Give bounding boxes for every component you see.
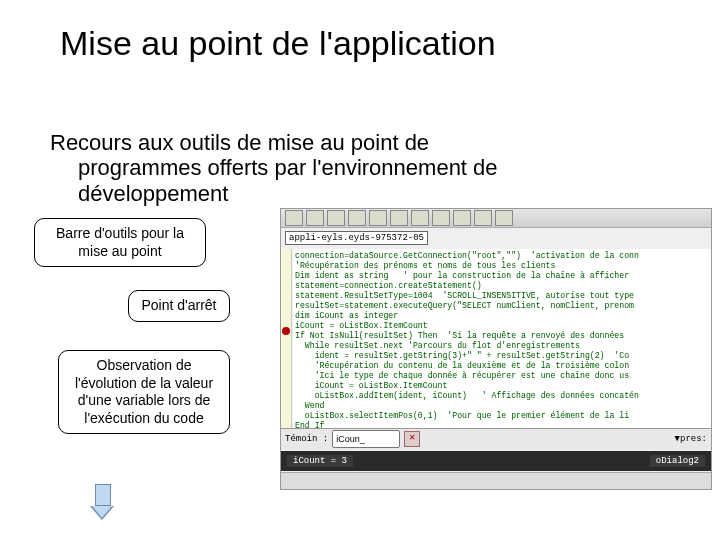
ide-watch-bar: Témoin : ✕ ▼pres: [281, 428, 711, 449]
ide-code-area[interactable]: connection=dataSource.GetConnection("roo… [293, 249, 711, 429]
toolbar-button[interactable] [453, 210, 471, 226]
toolbar-button[interactable] [306, 210, 324, 226]
ide-scrollbar[interactable] [281, 472, 711, 489]
toolbar-button[interactable] [369, 210, 387, 226]
toolbar-button[interactable] [327, 210, 345, 226]
breakpoint-marker[interactable] [282, 327, 290, 335]
toolbar-button[interactable] [285, 210, 303, 226]
watch-label: Témoin : [285, 434, 328, 444]
ide-toolbar [281, 209, 711, 228]
ide-status-bar: iCount = 3 oDialog2 [281, 451, 711, 471]
toolbar-button[interactable] [348, 210, 366, 226]
watch-remove-button[interactable]: ✕ [404, 431, 420, 447]
slide-title: Mise au point de l'application [60, 24, 496, 63]
toolbar-button[interactable] [390, 210, 408, 226]
subtitle-l3: développement [50, 181, 228, 206]
ide-screenshot: appli-eyls.eyds-975372-05 connection=dat… [280, 208, 712, 490]
subtitle-l1: Recours aux outils de mise au point de [50, 130, 429, 155]
toolbar-button[interactable] [432, 210, 450, 226]
down-arrow-icon [90, 484, 114, 524]
callout-breakpoint: Point d'arrêt [128, 290, 230, 322]
slide-subtitle: Recours aux outils de mise au point de p… [50, 130, 670, 206]
toolbar-button[interactable] [495, 210, 513, 226]
toolbar-button[interactable] [411, 210, 429, 226]
toolbar-button[interactable] [474, 210, 492, 226]
ide-module-label: appli-eyls.eyds-975372-05 [285, 231, 428, 245]
callout-watch: Observation de l'évolution de la valeur … [58, 350, 230, 434]
status-right-value: oDialog2 [650, 455, 705, 467]
subtitle-l2: programmes offerts par l'environnement d… [50, 155, 498, 180]
ide-gutter[interactable] [281, 249, 292, 429]
status-watch-value: iCount = 3 [287, 455, 353, 467]
callout-toolbar: Barre d'outils pour la mise au point [34, 218, 206, 267]
svg-marker-1 [218, 306, 284, 326]
watch-input[interactable] [332, 430, 400, 448]
watch-after-label: ▼pres: [675, 434, 707, 444]
